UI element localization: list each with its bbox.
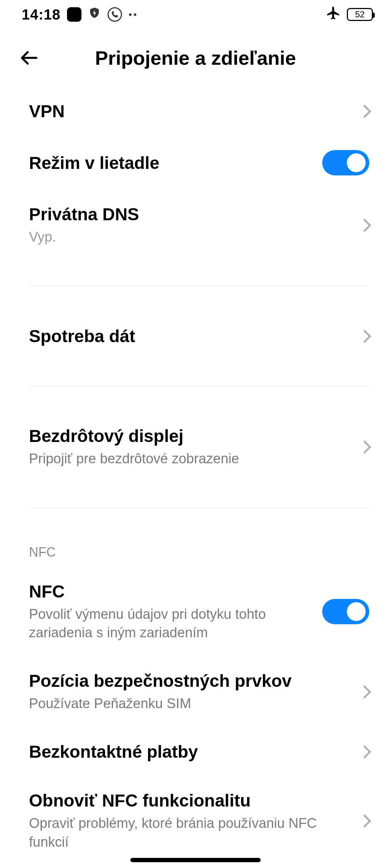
row-private-dns-title: Privátna DNS: [29, 204, 349, 224]
messaging-app-icon: [108, 7, 122, 22]
airplane-mode-status-icon: [326, 5, 341, 24]
chevron-right-icon: [358, 105, 371, 118]
chevron-right-icon: [358, 745, 371, 759]
row-vpn[interactable]: VPN: [0, 87, 391, 136]
row-contactless-payments[interactable]: Bezkontaktné platby: [0, 727, 391, 776]
status-clock: 14:18: [22, 7, 60, 23]
row-secure-element-title: Pozícia bezpečnostných prvkov: [29, 671, 349, 691]
row-nfc-title: NFC: [29, 582, 311, 601]
row-nfc-sub: Povoliť výmenu údajov pri dotyku tohto z…: [29, 605, 311, 642]
settings-list: VPN Režim v lietadle Privátna DNS Vyp. S…: [0, 87, 391, 866]
row-nfc[interactable]: NFC Povoliť výmenu údajov pri dotyku toh…: [0, 567, 391, 657]
row-private-dns-sub: Vyp.: [29, 228, 349, 246]
divider: [29, 286, 369, 286]
shield-bolt-icon: [88, 7, 101, 23]
more-notifications-icon: ••: [129, 9, 138, 20]
page-title: Pripojenie a zdieľanie: [18, 47, 373, 69]
status-left: 14:18 ••: [22, 7, 138, 23]
row-data-usage[interactable]: Spotreba dát: [0, 312, 391, 361]
row-reset-nfc[interactable]: Obnoviť NFC funkcionalitu Opraviť problé…: [0, 776, 391, 866]
status-bar: 14:18 •• 52: [0, 0, 391, 29]
home-indicator[interactable]: [130, 858, 261, 862]
row-airplane-mode[interactable]: Režim v lietadle: [0, 136, 391, 190]
chevron-right-icon: [358, 441, 371, 454]
divider: [29, 508, 369, 509]
row-secure-element[interactable]: Pozícia bezpečnostných prvkov Používate …: [0, 656, 391, 727]
row-wireless-display[interactable]: Bezdrôtový displej Pripojiť pre bezdrôto…: [0, 412, 391, 482]
row-wireless-display-title: Bezdrôtový displej: [29, 426, 349, 446]
row-reset-nfc-title: Obnoviť NFC funkcionalitu: [29, 791, 349, 810]
status-right: 52: [326, 5, 373, 24]
row-contactless-title: Bezkontaktné platby: [29, 742, 349, 762]
section-header-nfc: NFC: [0, 519, 391, 567]
row-private-dns[interactable]: Privátna DNS Vyp.: [0, 190, 391, 261]
chevron-right-icon: [358, 219, 371, 232]
app-indicator-icon: [67, 7, 81, 22]
row-vpn-title: VPN: [29, 101, 349, 121]
chevron-right-icon: [358, 329, 371, 343]
nfc-toggle[interactable]: [322, 599, 369, 624]
row-wireless-display-sub: Pripojiť pre bezdrôtové zobrazenie: [29, 450, 349, 468]
row-data-usage-title: Spotreba dát: [29, 326, 349, 346]
chevron-right-icon: [358, 685, 371, 699]
battery-percent: 52: [355, 9, 365, 20]
row-secure-element-sub: Používate Peňaženku SIM: [29, 694, 349, 713]
row-airplane-title: Režim v lietadle: [29, 153, 311, 173]
divider: [29, 386, 369, 386]
app-header: Pripojenie a zdieľanie: [0, 29, 391, 87]
airplane-mode-toggle[interactable]: [322, 150, 369, 175]
chevron-right-icon: [358, 814, 371, 828]
battery-indicator: 52: [347, 8, 373, 21]
row-reset-nfc-sub: Opraviť problémy, ktoré bránia používani…: [29, 814, 349, 851]
